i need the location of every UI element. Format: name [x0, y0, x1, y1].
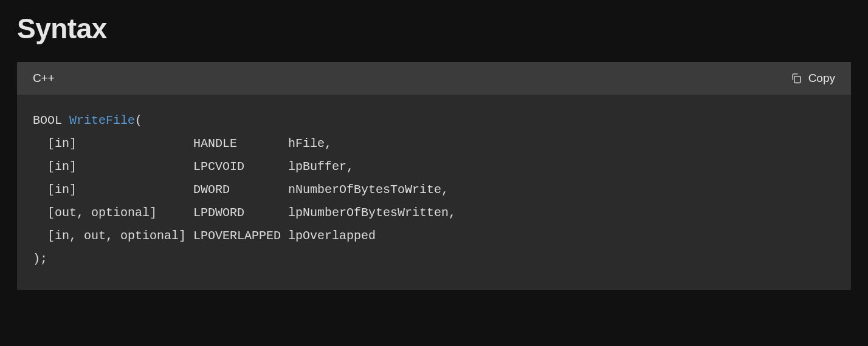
language-label: C++ [33, 72, 55, 85]
copy-button[interactable]: Copy [790, 72, 835, 85]
param-line: [in] HANDLE hFile, [33, 137, 332, 151]
copy-label: Copy [808, 72, 835, 85]
close-paren: ); [33, 252, 47, 266]
return-type: BOOL [33, 114, 62, 127]
code-body: BOOL WriteFile( [in] HANDLE hFile, [in] … [17, 95, 851, 290]
param-line: [in] DWORD nNumberOfBytesToWrite, [33, 183, 449, 197]
param-line: [out, optional] LPDWORD lpNumberOfBytesW… [33, 206, 456, 220]
param-line: [in] LPCVOID lpBuffer, [33, 160, 354, 174]
function-name: WriteFile [69, 114, 135, 127]
param-line: [in, out, optional] LPOVERLAPPED lpOverl… [33, 229, 376, 243]
svg-rect-0 [794, 76, 800, 83]
code-block: C++ Copy BOOL WriteFile( [in] HANDLE hFi… [17, 62, 851, 290]
copy-icon [790, 72, 802, 84]
section-title: Syntax [17, 12, 851, 45]
code-header: C++ Copy [17, 62, 851, 95]
open-paren: ( [135, 114, 142, 127]
